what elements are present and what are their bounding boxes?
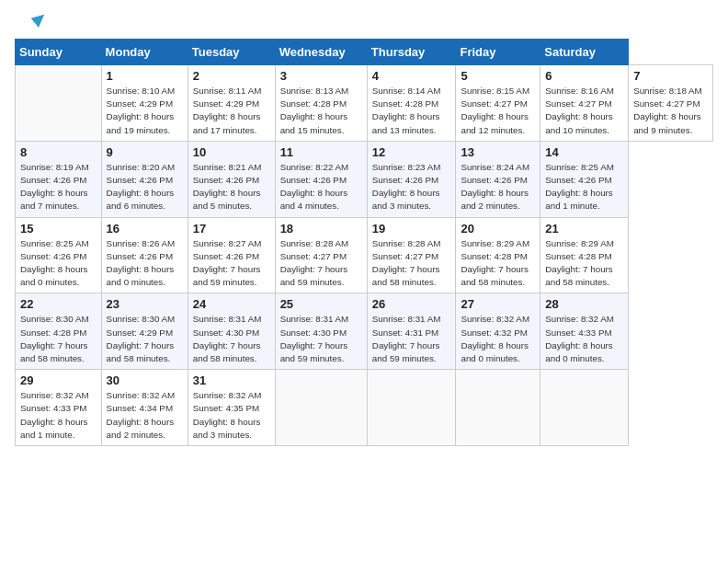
day-number: 31 — [193, 373, 270, 387]
calendar-day-cell: 7Sunrise: 8:18 AMSunset: 4:27 PMDaylight… — [629, 65, 713, 142]
day-header-monday: Monday — [101, 40, 188, 65]
calendar-day-cell: 29Sunrise: 8:32 AMSunset: 4:33 PMDayligh… — [16, 370, 102, 446]
calendar-day-cell: 25Sunrise: 8:31 AMSunset: 4:30 PMDayligh… — [275, 293, 367, 370]
day-info: Sunrise: 8:16 AMSunset: 4:27 PMDaylight:… — [545, 85, 623, 137]
day-info: Sunrise: 8:32 AMSunset: 4:32 PMDaylight:… — [461, 313, 535, 365]
day-number: 19 — [372, 222, 451, 236]
calendar-table: SundayMondayTuesdayWednesdayThursdayFrid… — [15, 39, 713, 446]
calendar-day-cell — [367, 370, 456, 446]
svg-marker-1 — [31, 15, 44, 28]
calendar-day-cell: 8Sunrise: 8:19 AMSunset: 4:26 PMDaylight… — [16, 141, 102, 217]
day-info: Sunrise: 8:19 AMSunset: 4:26 PMDaylight:… — [20, 161, 97, 213]
day-number: 17 — [193, 222, 270, 236]
day-number: 23 — [107, 297, 183, 311]
day-info: Sunrise: 8:30 AMSunset: 4:29 PMDaylight:… — [107, 313, 183, 365]
calendar-day-cell: 23Sunrise: 8:30 AMSunset: 4:29 PMDayligh… — [101, 293, 188, 370]
calendar-day-cell: 9Sunrise: 8:20 AMSunset: 4:26 PMDaylight… — [101, 141, 188, 217]
calendar-day-cell: 2Sunrise: 8:11 AMSunset: 4:29 PMDaylight… — [188, 65, 275, 142]
calendar-header-row: SundayMondayTuesdayWednesdayThursdayFrid… — [16, 40, 713, 65]
day-header-thursday: Thursday — [367, 40, 456, 65]
day-number: 3 — [280, 69, 362, 83]
calendar-day-cell — [456, 370, 540, 446]
calendar-day-cell: 31Sunrise: 8:32 AMSunset: 4:35 PMDayligh… — [188, 370, 275, 446]
day-info: Sunrise: 8:22 AMSunset: 4:26 PMDaylight:… — [280, 161, 362, 213]
day-info: Sunrise: 8:23 AMSunset: 4:26 PMDaylight:… — [372, 161, 451, 213]
day-info: Sunrise: 8:29 AMSunset: 4:28 PMDaylight:… — [461, 237, 535, 290]
day-number: 27 — [461, 297, 535, 311]
calendar-day-cell: 22Sunrise: 8:30 AMSunset: 4:28 PMDayligh… — [16, 293, 102, 370]
logo — [15, 15, 44, 28]
calendar-week-row: 1Sunrise: 8:10 AMSunset: 4:29 PMDaylight… — [16, 65, 713, 142]
calendar-day-cell: 5Sunrise: 8:15 AMSunset: 4:27 PMDaylight… — [456, 65, 540, 142]
day-info: Sunrise: 8:28 AMSunset: 4:27 PMDaylight:… — [280, 237, 362, 290]
day-info: Sunrise: 8:26 AMSunset: 4:26 PMDaylight:… — [107, 237, 183, 290]
calendar-day-cell: 12Sunrise: 8:23 AMSunset: 4:26 PMDayligh… — [367, 141, 456, 217]
day-info: Sunrise: 8:18 AMSunset: 4:27 PMDaylight:… — [633, 85, 708, 137]
calendar-day-cell: 30Sunrise: 8:32 AMSunset: 4:34 PMDayligh… — [101, 370, 188, 446]
calendar-day-cell: 19Sunrise: 8:28 AMSunset: 4:27 PMDayligh… — [367, 217, 456, 293]
calendar-week-row: 8Sunrise: 8:19 AMSunset: 4:26 PMDaylight… — [16, 141, 713, 217]
day-number: 12 — [372, 145, 451, 159]
day-number: 8 — [20, 145, 97, 159]
day-number: 28 — [545, 297, 623, 311]
day-number: 2 — [193, 69, 270, 83]
day-number: 16 — [107, 222, 183, 236]
calendar-day-cell — [275, 370, 367, 446]
day-number: 25 — [280, 297, 362, 311]
calendar-day-cell: 26Sunrise: 8:31 AMSunset: 4:31 PMDayligh… — [367, 293, 456, 370]
day-number: 24 — [193, 297, 270, 311]
day-number: 1 — [107, 69, 183, 83]
calendar-day-cell: 28Sunrise: 8:32 AMSunset: 4:33 PMDayligh… — [540, 293, 629, 370]
day-number: 29 — [20, 373, 97, 387]
day-number: 15 — [20, 222, 97, 236]
day-info: Sunrise: 8:29 AMSunset: 4:28 PMDaylight:… — [545, 237, 623, 290]
day-header-saturday: Saturday — [540, 40, 629, 65]
day-info: Sunrise: 8:24 AMSunset: 4:26 PMDaylight:… — [461, 161, 535, 213]
day-header-wednesday: Wednesday — [275, 40, 367, 65]
page-header — [15, 15, 713, 28]
day-info: Sunrise: 8:10 AMSunset: 4:29 PMDaylight:… — [107, 85, 183, 137]
calendar-day-cell: 13Sunrise: 8:24 AMSunset: 4:26 PMDayligh… — [456, 141, 540, 217]
calendar-day-cell: 4Sunrise: 8:14 AMSunset: 4:28 PMDaylight… — [367, 65, 456, 142]
calendar-day-cell: 15Sunrise: 8:25 AMSunset: 4:26 PMDayligh… — [16, 217, 102, 293]
day-header-sunday: Sunday — [16, 40, 102, 65]
day-number: 20 — [461, 222, 535, 236]
day-info: Sunrise: 8:32 AMSunset: 4:35 PMDaylight:… — [193, 389, 270, 442]
day-number: 7 — [633, 69, 708, 83]
day-info: Sunrise: 8:32 AMSunset: 4:34 PMDaylight:… — [107, 389, 183, 442]
calendar-day-cell: 20Sunrise: 8:29 AMSunset: 4:28 PMDayligh… — [456, 217, 540, 293]
day-header-friday: Friday — [456, 40, 540, 65]
day-info: Sunrise: 8:32 AMSunset: 4:33 PMDaylight:… — [545, 313, 623, 365]
day-info: Sunrise: 8:32 AMSunset: 4:33 PMDaylight:… — [20, 389, 97, 442]
calendar-day-cell — [16, 65, 102, 142]
day-info: Sunrise: 8:27 AMSunset: 4:26 PMDaylight:… — [193, 237, 270, 290]
day-number: 13 — [461, 145, 535, 159]
day-number: 6 — [545, 69, 623, 83]
day-number: 4 — [372, 69, 451, 83]
day-info: Sunrise: 8:20 AMSunset: 4:26 PMDaylight:… — [107, 161, 183, 213]
day-info: Sunrise: 8:11 AMSunset: 4:29 PMDaylight:… — [193, 85, 270, 137]
day-number: 18 — [280, 222, 362, 236]
calendar-day-cell: 17Sunrise: 8:27 AMSunset: 4:26 PMDayligh… — [188, 217, 275, 293]
day-info: Sunrise: 8:13 AMSunset: 4:28 PMDaylight:… — [280, 85, 362, 137]
day-number: 9 — [107, 145, 183, 159]
calendar-day-cell: 16Sunrise: 8:26 AMSunset: 4:26 PMDayligh… — [101, 217, 188, 293]
day-info: Sunrise: 8:31 AMSunset: 4:30 PMDaylight:… — [193, 313, 270, 365]
day-info: Sunrise: 8:25 AMSunset: 4:26 PMDaylight:… — [20, 237, 97, 290]
logo-bird-icon — [18, 15, 44, 33]
calendar-week-row: 29Sunrise: 8:32 AMSunset: 4:33 PMDayligh… — [16, 370, 713, 446]
calendar-day-cell: 10Sunrise: 8:21 AMSunset: 4:26 PMDayligh… — [188, 141, 275, 217]
calendar-day-cell: 14Sunrise: 8:25 AMSunset: 4:26 PMDayligh… — [540, 141, 629, 217]
day-info: Sunrise: 8:31 AMSunset: 4:31 PMDaylight:… — [372, 313, 451, 365]
day-info: Sunrise: 8:30 AMSunset: 4:28 PMDaylight:… — [20, 313, 97, 365]
day-info: Sunrise: 8:31 AMSunset: 4:30 PMDaylight:… — [280, 313, 362, 365]
day-number: 10 — [193, 145, 270, 159]
calendar-day-cell: 1Sunrise: 8:10 AMSunset: 4:29 PMDaylight… — [101, 65, 188, 142]
day-number: 21 — [545, 222, 623, 236]
day-header-tuesday: Tuesday — [188, 40, 275, 65]
calendar-week-row: 15Sunrise: 8:25 AMSunset: 4:26 PMDayligh… — [16, 217, 713, 293]
calendar-day-cell: 3Sunrise: 8:13 AMSunset: 4:28 PMDaylight… — [275, 65, 367, 142]
day-info: Sunrise: 8:28 AMSunset: 4:27 PMDaylight:… — [372, 237, 451, 290]
calendar-day-cell: 24Sunrise: 8:31 AMSunset: 4:30 PMDayligh… — [188, 293, 275, 370]
day-info: Sunrise: 8:21 AMSunset: 4:26 PMDaylight:… — [193, 161, 270, 213]
